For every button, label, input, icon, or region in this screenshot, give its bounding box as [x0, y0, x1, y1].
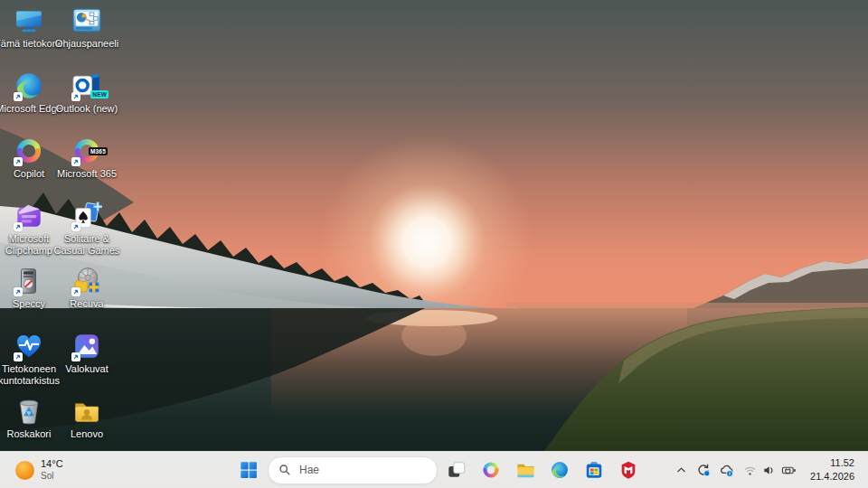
chevron-up-icon — [675, 465, 687, 476]
photos-icon — [71, 331, 102, 361]
windows-update-tray-button[interactable] — [693, 456, 714, 483]
control-panel-icon — [71, 5, 102, 36]
file-explorer-button[interactable] — [510, 455, 541, 485]
microsoft-store-icon — [584, 460, 604, 480]
speccy-icon — [14, 266, 44, 296]
pc-health-check-icon — [14, 331, 44, 361]
recuva-icon — [71, 266, 102, 296]
lenovo-folder-icon — [71, 396, 102, 427]
solitaire-icon — [71, 201, 102, 231]
volume-icon — [762, 464, 776, 477]
shortcut-arrow-icon — [71, 352, 80, 361]
wifi-icon — [743, 464, 757, 477]
edge-icon — [14, 70, 44, 101]
copilot-icon — [14, 136, 44, 166]
file-explorer-icon — [515, 460, 536, 481]
shortcut-arrow-icon — [14, 157, 23, 166]
task-view-icon — [447, 460, 467, 480]
windows-update-icon — [696, 463, 711, 477]
outlook-icon: NEW — [71, 70, 102, 101]
desktop-icon-label: Microsoft 365 — [48, 168, 126, 180]
desktop-icon-control-panel[interactable]: Ohjauspaneeli — [58, 5, 116, 70]
mcafee-button[interactable] — [613, 455, 644, 485]
this-pc-icon — [14, 5, 44, 36]
onedrive-tray-button[interactable] — [715, 456, 737, 483]
search-icon — [278, 464, 291, 476]
desktop-icon-label: Ohjauspaneeli — [48, 38, 126, 50]
weather-sun-icon — [15, 461, 34, 480]
taskbar-center — [233, 452, 644, 488]
recycle-bin-icon — [14, 396, 44, 427]
shortcut-arrow-icon — [71, 287, 80, 296]
microsoft-store-button[interactable] — [579, 455, 609, 485]
taskbar-search-box[interactable] — [268, 456, 438, 484]
desktop-icon-photos[interactable]: Valokuvat — [58, 331, 116, 396]
clipchamp-icon — [14, 201, 44, 231]
m365-badge: M365 — [89, 147, 108, 155]
edge-taskbar-button[interactable] — [544, 455, 575, 485]
shortcut-arrow-icon — [71, 157, 80, 166]
shortcut-arrow-icon — [14, 352, 23, 361]
desktop-wallpaper — [0, 0, 868, 488]
clock-time: 11.52 — [810, 456, 854, 470]
desktop-icon-microsoft-365[interactable]: M365 Microsoft 365 — [58, 136, 116, 201]
microsoft-edge-icon — [550, 460, 570, 480]
weather-widget[interactable]: 14°C Sol — [7, 452, 71, 488]
desktop-icon-solitaire[interactable]: Solitaire & Casual Games — [58, 201, 116, 266]
desktop-icon-label: Recuva — [48, 298, 126, 310]
system-tray: 11.52 21.4.2026 — [670, 452, 868, 488]
copilot-taskbar-button[interactable] — [476, 455, 506, 485]
windows-desktop: Tämä tietokone Ohjauspa — [0, 0, 868, 488]
weather-condition: Sol — [41, 471, 63, 482]
tray-chevron-button[interactable] — [670, 456, 692, 483]
shortcut-arrow-icon — [71, 92, 80, 101]
taskbar: 14°C Sol — [0, 451, 868, 488]
onedrive-icon — [719, 463, 734, 478]
microsoft-365-icon: M365 — [71, 136, 102, 166]
taskbar-clock[interactable]: 11.52 21.4.2026 — [803, 456, 858, 484]
shortcut-arrow-icon — [14, 287, 23, 296]
shortcut-arrow-icon — [14, 92, 23, 101]
weather-temperature: 14°C — [41, 458, 63, 471]
desktop-icon-label: Solitaire & Casual Games — [48, 233, 126, 257]
desktop-icon-label: Outlook (new) — [48, 103, 126, 115]
windows-logo-icon — [239, 460, 259, 480]
tray-status-pill[interactable] — [738, 456, 802, 483]
desktop-icon-label: Lenovo — [48, 428, 126, 440]
desktop-icon-outlook-new[interactable]: NEW Outlook (new) — [58, 70, 116, 136]
copilot-icon — [481, 460, 501, 480]
desktop-icon-recuva[interactable]: Recuva — [58, 266, 116, 331]
shortcut-arrow-icon — [71, 222, 80, 231]
new-badge: NEW — [90, 90, 108, 99]
shortcut-arrow-icon — [14, 222, 23, 231]
mcafee-icon — [618, 460, 638, 480]
task-view-button[interactable] — [441, 455, 472, 485]
desktop-icon-label: Valokuvat — [48, 363, 126, 375]
clock-date: 21.4.2026 — [810, 470, 854, 483]
search-input[interactable] — [297, 463, 401, 477]
battery-charging-icon — [781, 464, 797, 477]
desktop-icon-grid: Tämä tietokone Ohjauspa — [0, 5, 116, 461]
start-button[interactable] — [233, 455, 264, 485]
